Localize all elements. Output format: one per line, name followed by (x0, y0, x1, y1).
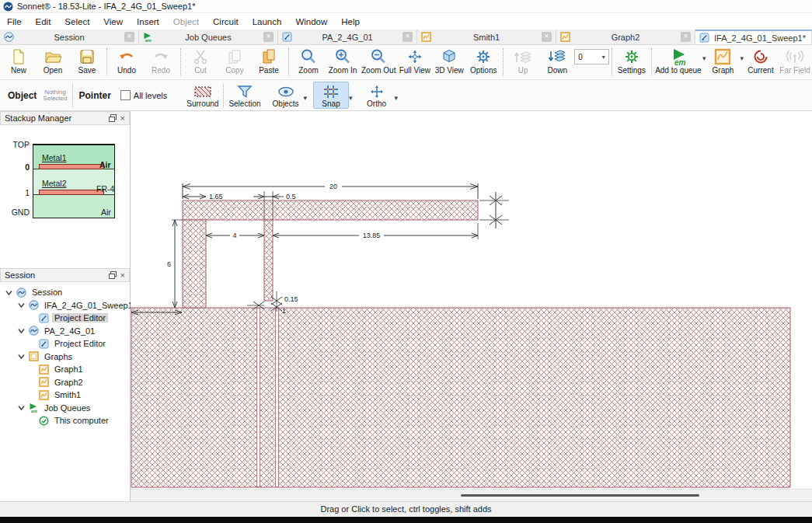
zoom-out-icon (370, 47, 387, 66)
tree-item-ifa-sweep1[interactable]: IFA_2_4G_01_Sweep1* (0, 299, 130, 312)
surround-button[interactable]: Surround (184, 82, 221, 108)
ground-plane[interactable] (131, 308, 790, 487)
tab-session[interactable]: Session × (0, 30, 139, 44)
metal2-label[interactable]: Metal2 (42, 179, 67, 188)
metal2-bar[interactable] (39, 190, 104, 195)
full-view-button[interactable]: Full View (397, 45, 432, 79)
tab-bar: Session × em Job Queues × PA_2_4G_01 × S… (0, 30, 812, 45)
level-down-button[interactable]: Down (540, 45, 574, 79)
float-panel-icon[interactable] (109, 271, 117, 279)
dielectric-air-bottom-label: Air (101, 207, 111, 217)
add-to-queue-button[interactable]: em Add to queue (654, 45, 702, 79)
chevron-down-icon[interactable]: ▾ (349, 94, 353, 102)
close-panel-icon[interactable]: × (120, 114, 125, 123)
window-title: Sonnet® - 18.53-Lite - IFA_2_4G_01_Sweep… (17, 2, 195, 11)
layout-canvas[interactable]: 20 1.65 0.5 4 13.85 6 0.15 1 (131, 111, 812, 501)
undo-button[interactable]: Undo (110, 45, 144, 79)
toolbar-separator (180, 48, 181, 76)
float-panel-icon[interactable] (109, 114, 117, 122)
graph-icon (39, 364, 49, 375)
all-levels-checkbox[interactable] (120, 90, 131, 100)
tree-item-session[interactable]: Session (0, 286, 130, 299)
menu-launch[interactable]: Launch (246, 15, 289, 29)
tab-pa-2-4g-01[interactable]: PA_2_4G_01 × (278, 30, 417, 44)
menu-view[interactable]: View (96, 15, 130, 29)
horizontal-scrollbar[interactable] (131, 489, 812, 501)
paste-icon (260, 47, 277, 66)
menu-object: Object (166, 15, 206, 29)
menu-circuit[interactable]: Circuit (206, 15, 246, 29)
menu-window[interactable]: Window (288, 15, 334, 29)
menu-select[interactable]: Select (58, 15, 96, 29)
menu-help[interactable]: Help (334, 15, 367, 29)
3d-view-button[interactable]: 3D View (432, 45, 466, 79)
session-panel-title: Session (5, 270, 105, 280)
save-button[interactable]: Save (70, 45, 104, 79)
antenna-short-arm[interactable] (183, 220, 206, 308)
snap-button[interactable]: Snap (313, 82, 349, 109)
graph-icon (560, 32, 570, 42)
open-button[interactable]: Open (36, 45, 70, 79)
status-text: Drag or Click to select, ctrl toggles, s… (320, 504, 491, 514)
tab-close-icon[interactable]: × (263, 32, 274, 42)
tree-item-pa-2-4g-01[interactable]: PA_2_4G_01 (0, 325, 130, 338)
layer-up-icon (514, 47, 532, 66)
current-button[interactable]: Current (744, 45, 778, 79)
close-panel-icon[interactable]: × (120, 271, 125, 280)
settings-button[interactable]: Settings (615, 45, 649, 79)
snap-grid-icon (323, 84, 339, 99)
tree-item-this-computer[interactable]: This computer (0, 414, 130, 427)
full-view-icon (406, 47, 423, 66)
chevron-expanded-icon[interactable] (5, 288, 13, 297)
tab-label: Session (17, 33, 121, 42)
new-button[interactable]: New (2, 45, 36, 79)
zoom-out-button[interactable]: Zoom Out (360, 45, 397, 79)
selection-funnel-icon (237, 84, 253, 99)
tab-ifa-sweep1[interactable]: IFA_2_4G_01_Sweep1* (695, 30, 812, 44)
tab-close-icon[interactable]: × (403, 32, 413, 42)
antenna-top-arm[interactable] (183, 200, 478, 220)
chevron-down-icon[interactable]: ▾ (304, 94, 308, 102)
chevron-down-icon: ▾ (602, 54, 605, 61)
check-circle-icon (39, 416, 49, 426)
zoom-button[interactable]: Zoom (291, 45, 326, 79)
tree-item-graph1[interactable]: Graph1 (0, 363, 130, 376)
objects-button[interactable]: Objects (268, 82, 304, 108)
chevron-expanded-icon[interactable] (17, 326, 26, 335)
tab-close-icon[interactable]: × (124, 32, 134, 42)
chevron-down-icon[interactable]: ▾ (395, 94, 399, 102)
tree-item-project-editor-pa[interactable]: Project Editor (0, 337, 130, 350)
tree-item-smith1[interactable]: Smith1 (0, 389, 130, 402)
session-tree: Session IFA_2_4G_01_Sweep1* Project Edit… (0, 282, 130, 501)
sonnet-icon (29, 326, 39, 336)
paste-button[interactable]: Paste (252, 45, 286, 79)
level-value: 0 (578, 53, 602, 61)
tree-item-graph2[interactable]: Graph2 (0, 376, 130, 389)
layout-drawing: 20 1.65 0.5 4 13.85 6 0.15 1 (131, 111, 812, 501)
menu-edit[interactable]: Edit (29, 15, 58, 29)
chevron-expanded-icon[interactable] (17, 301, 26, 309)
tab-close-icon[interactable]: × (681, 32, 691, 42)
tree-item-project-editor-ifa[interactable]: Project Editor (0, 312, 130, 325)
tab-close-icon[interactable]: × (542, 32, 552, 42)
ortho-button[interactable]: Ortho (359, 82, 395, 108)
tab-graph2[interactable]: Graph2 × (556, 30, 695, 44)
scrollbar-thumb[interactable] (461, 494, 699, 497)
metal1-label[interactable]: Metal1 (42, 153, 67, 162)
tree-item-graphs[interactable]: Graphs (0, 350, 130, 364)
selection-button[interactable]: Selection (226, 82, 263, 108)
tab-smith1[interactable]: Smith1 × (417, 30, 556, 44)
menu-file[interactable]: File (0, 15, 29, 29)
tab-job-queues[interactable]: em Job Queues × (139, 30, 278, 44)
graph-button[interactable]: Graph (706, 45, 740, 79)
metal1-bar[interactable] (39, 164, 104, 169)
options-button[interactable]: Options (466, 45, 500, 79)
zoom-in-button[interactable]: Zoom In (326, 45, 360, 79)
level-select[interactable]: 0 ▾ (574, 49, 609, 65)
menu-insert[interactable]: Insert (130, 15, 166, 29)
chevron-expanded-icon[interactable] (17, 352, 26, 361)
pointer-label: Pointer (75, 90, 113, 101)
chevron-expanded-icon[interactable] (17, 403, 26, 412)
feed-stub[interactable] (264, 220, 273, 301)
tree-item-job-queues[interactable]: em Job Queues (0, 402, 130, 415)
